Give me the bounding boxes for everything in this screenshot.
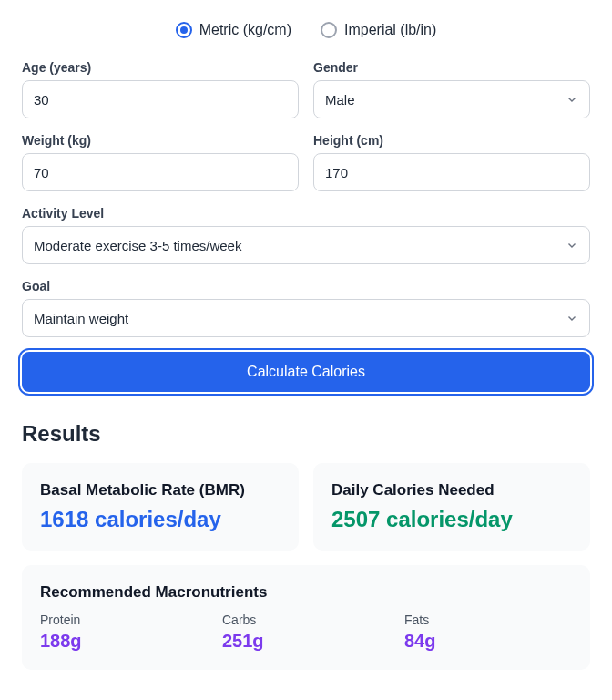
chevron-down-icon xyxy=(566,312,578,324)
activity-label: Activity Level xyxy=(22,206,590,221)
age-input[interactable]: 30 xyxy=(22,80,299,118)
unit-imperial-radio[interactable]: Imperial (lb/in) xyxy=(321,22,436,38)
unit-imperial-label: Imperial (lb/in) xyxy=(344,22,436,38)
macros-card: Recommended Macronutrients Protein 188g … xyxy=(22,565,590,670)
bmr-value: 1618 calories/day xyxy=(40,507,280,532)
goal-field: Goal Maintain weight xyxy=(22,279,590,337)
gender-select[interactable]: Male xyxy=(313,80,590,118)
daily-calories-card: Daily Calories Needed 2507 calories/day xyxy=(313,463,590,551)
activity-field: Activity Level Moderate exercise 3-5 tim… xyxy=(22,206,590,264)
age-field: Age (years) 30 xyxy=(22,60,299,118)
unit-metric-label: Metric (kg/cm) xyxy=(199,22,291,38)
weight-label: Weight (kg) xyxy=(22,133,299,148)
gender-field: Gender Male xyxy=(313,60,590,118)
weight-input[interactable]: 70 xyxy=(22,153,299,191)
bmr-card: Basal Metabolic Rate (BMR) 1618 calories… xyxy=(22,463,299,551)
weight-field: Weight (kg) 70 xyxy=(22,133,299,191)
unit-metric-radio[interactable]: Metric (kg/cm) xyxy=(176,22,291,38)
goal-select[interactable]: Maintain weight xyxy=(22,299,590,337)
fats-block: Fats 84g xyxy=(404,612,572,652)
results-heading: Results xyxy=(22,421,590,447)
height-input[interactable]: 170 xyxy=(313,153,590,191)
activity-select[interactable]: Moderate exercise 3-5 times/week xyxy=(22,226,590,264)
chevron-down-icon xyxy=(566,93,578,106)
carbs-value: 251g xyxy=(222,631,390,652)
protein-value: 188g xyxy=(40,631,208,652)
daily-title: Daily Calories Needed xyxy=(332,481,572,499)
macros-title: Recommended Macronutrients xyxy=(40,583,572,602)
carbs-label: Carbs xyxy=(222,612,390,627)
unit-toggle: Metric (kg/cm) Imperial (lb/in) xyxy=(22,22,590,38)
gender-label: Gender xyxy=(313,60,590,75)
chevron-down-icon xyxy=(566,239,578,252)
age-label: Age (years) xyxy=(22,60,299,75)
daily-value: 2507 calories/day xyxy=(332,507,572,532)
goal-label: Goal xyxy=(22,279,590,293)
radio-unchecked-icon xyxy=(321,22,337,38)
height-label: Height (cm) xyxy=(313,133,590,148)
fats-label: Fats xyxy=(404,612,572,627)
calculate-button[interactable]: Calculate Calories xyxy=(22,352,590,392)
radio-checked-icon xyxy=(176,22,192,38)
protein-label: Protein xyxy=(40,612,208,627)
height-field: Height (cm) 170 xyxy=(313,133,590,191)
carbs-block: Carbs 251g xyxy=(222,612,390,652)
fats-value: 84g xyxy=(404,631,572,652)
bmr-title: Basal Metabolic Rate (BMR) xyxy=(40,481,280,499)
protein-block: Protein 188g xyxy=(40,612,208,652)
